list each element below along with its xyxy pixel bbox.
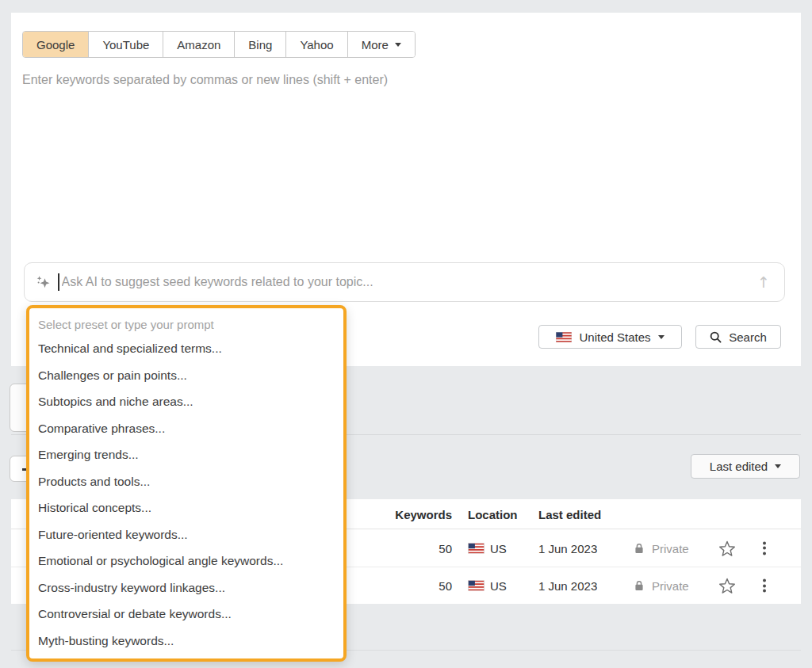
preset-item[interactable]: Technical and specialized terms...: [29, 335, 343, 362]
preset-item[interactable]: Myth-busting keywords...: [29, 628, 343, 655]
location-code: US: [490, 541, 507, 555]
ai-prompt-input[interactable]: [62, 275, 758, 289]
row-menu-icon[interactable]: [763, 579, 766, 593]
preset-item[interactable]: Products and tools...: [29, 468, 343, 495]
search-button-label: Search: [729, 330, 767, 344]
tab-amazon[interactable]: Amazon: [163, 32, 235, 57]
keywords-explorer-page: Google YouTube Amazon Bing Yahoo More ↑: [0, 0, 812, 668]
column-header-last-edited: Last edited: [538, 507, 601, 521]
tab-amazon-label: Amazon: [177, 38, 220, 52]
tab-more-label: More: [362, 38, 389, 52]
preset-item[interactable]: Challenges or pain points...: [29, 362, 343, 389]
preset-item[interactable]: Controversial or debate keywords...: [29, 601, 343, 628]
us-flag-icon: [468, 581, 485, 591]
row-menu-icon[interactable]: [763, 541, 766, 555]
ai-sparkle-icon: [36, 275, 51, 290]
tab-google-label: Google: [36, 38, 75, 52]
tab-youtube-label: YouTube: [102, 38, 149, 52]
preset-item[interactable]: Subtopics and niche areas...: [29, 388, 343, 415]
visibility-badge: Private: [652, 541, 689, 555]
chevron-down-icon: [775, 464, 781, 468]
sort-by-button[interactable]: Last edited: [691, 454, 800, 479]
visibility-badge: Private: [652, 579, 689, 593]
preset-item[interactable]: Historical concepts...: [29, 494, 343, 521]
preset-item[interactable]: Emotional or psychological angle keyword…: [29, 548, 343, 574]
tab-more[interactable]: More: [348, 32, 415, 57]
sort-by-label: Last edited: [710, 460, 768, 473]
favorite-star-icon[interactable]: [718, 578, 736, 594]
preset-item[interactable]: Emerging trends...: [29, 441, 343, 468]
lock-icon: [634, 580, 644, 591]
tab-youtube[interactable]: YouTube: [89, 32, 163, 57]
tab-google[interactable]: Google: [23, 32, 89, 57]
search-icon: [710, 331, 722, 343]
ai-preset-dropdown: Select preset or type your prompt Techni…: [26, 305, 347, 662]
us-flag-icon: [468, 543, 485, 553]
preset-dropdown-header: Select preset or type your prompt: [29, 314, 343, 335]
send-arrow-icon[interactable]: ↑: [757, 275, 770, 290]
us-flag-icon: [556, 332, 572, 342]
location-code: US: [490, 579, 507, 593]
preset-item[interactable]: Comparative phrases...: [29, 415, 343, 442]
country-label: United States: [579, 330, 650, 344]
preset-item[interactable]: Future-oriented keywords...: [29, 521, 343, 548]
chevron-down-icon: [658, 335, 665, 339]
preset-item[interactable]: Cross-industry keyword linkages...: [29, 574, 343, 601]
last-edited-date: 1 Jun 2023: [538, 541, 597, 555]
last-edited-date: 1 Jun 2023: [538, 579, 597, 593]
country-selector[interactable]: United States: [538, 325, 682, 349]
engine-tabs: Google YouTube Amazon Bing Yahoo More: [22, 31, 416, 58]
tab-bing-label: Bing: [248, 38, 272, 52]
tab-bing[interactable]: Bing: [235, 32, 286, 57]
tab-yahoo-label: Yahoo: [300, 38, 333, 52]
text-cursor: [58, 273, 59, 291]
search-button[interactable]: Search: [695, 325, 781, 349]
ai-prompt-box[interactable]: ↑: [24, 262, 785, 302]
tab-yahoo[interactable]: Yahoo: [286, 32, 347, 57]
keywords-textarea[interactable]: [22, 73, 768, 251]
column-header-location: Location: [468, 507, 518, 521]
favorite-star-icon[interactable]: [718, 540, 736, 556]
chevron-down-icon: [395, 43, 401, 47]
lock-icon: [634, 543, 644, 554]
